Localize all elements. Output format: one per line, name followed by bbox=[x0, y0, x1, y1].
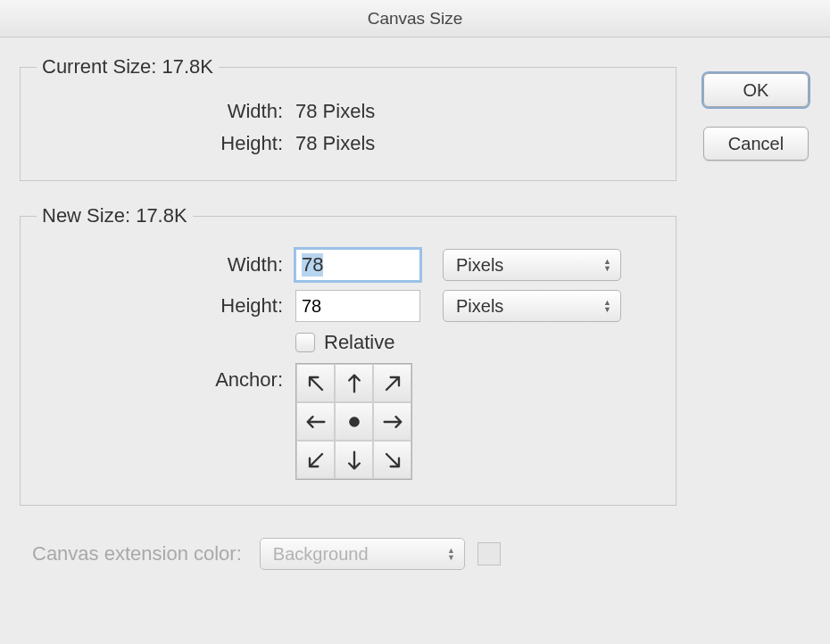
anchor-label: Anchor: bbox=[37, 363, 295, 392]
anchor-ne[interactable] bbox=[373, 364, 411, 402]
current-height-value: 78 Pixels bbox=[295, 132, 375, 155]
extension-color-label: Canvas extension color: bbox=[32, 542, 242, 566]
new-size-group: New Size: 17.8K Width: 78 Pixels ▲▼ Heig… bbox=[20, 204, 676, 506]
current-height-label: Height: bbox=[37, 132, 295, 155]
extension-color-value: Background bbox=[273, 544, 369, 565]
updown-icon: ▲▼ bbox=[447, 547, 455, 561]
anchor-sw[interactable] bbox=[296, 441, 335, 479]
new-width-unit-select[interactable]: Pixels ▲▼ bbox=[443, 249, 621, 281]
dialog-title: Canvas Size bbox=[0, 0, 830, 37]
relative-label: Relative bbox=[324, 331, 394, 354]
ok-button[interactable]: OK bbox=[703, 73, 809, 107]
anchor-center[interactable] bbox=[335, 402, 373, 441]
cancel-button[interactable]: Cancel bbox=[703, 127, 809, 161]
anchor-s[interactable] bbox=[335, 441, 373, 479]
relative-checkbox[interactable] bbox=[295, 333, 315, 352]
new-height-unit-value: Pixels bbox=[456, 296, 503, 317]
new-height-unit-select[interactable]: Pixels ▲▼ bbox=[443, 290, 621, 322]
new-width-input[interactable]: 78 bbox=[295, 249, 420, 281]
extension-color-swatch bbox=[477, 542, 501, 566]
current-size-legend: Current Size: 17.8K bbox=[37, 55, 219, 78]
svg-point-0 bbox=[349, 417, 360, 427]
new-width-label: Width: bbox=[37, 253, 295, 277]
anchor-grid bbox=[295, 363, 412, 480]
anchor-nw[interactable] bbox=[296, 364, 335, 402]
anchor-w[interactable] bbox=[296, 402, 335, 441]
new-height-input[interactable] bbox=[295, 290, 420, 322]
updown-icon: ▲▼ bbox=[603, 258, 611, 272]
new-width-unit-value: Pixels bbox=[456, 255, 503, 276]
anchor-se[interactable] bbox=[373, 441, 411, 479]
extension-color-select: Background ▲▼ bbox=[260, 538, 465, 570]
updown-icon: ▲▼ bbox=[603, 299, 611, 313]
new-size-legend: New Size: 17.8K bbox=[37, 204, 193, 227]
current-size-group: Current Size: 17.8K Width: 78 Pixels Hei… bbox=[20, 55, 676, 181]
current-width-value: 78 Pixels bbox=[295, 100, 375, 123]
new-height-label: Height: bbox=[37, 294, 295, 318]
anchor-e[interactable] bbox=[373, 402, 411, 441]
anchor-n[interactable] bbox=[335, 364, 373, 402]
current-width-label: Width: bbox=[37, 100, 295, 123]
